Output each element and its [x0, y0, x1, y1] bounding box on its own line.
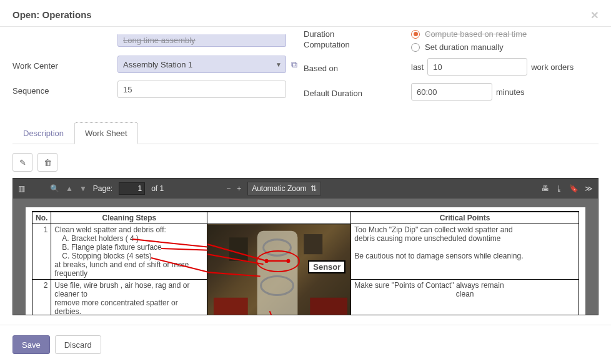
- col-critical: Critical Points: [351, 212, 579, 224]
- worksheet-image: Sensor: [207, 224, 351, 315]
- pdf-viewer: ▥ 🔍 ▲ ▼ Page: of 1 − + Automatic Zoom ⇅ …: [12, 178, 599, 315]
- arrow-up-icon[interactable]: ▲: [66, 184, 73, 193]
- worksheet-table: No. Cleaning Steps Critical Points 1 Cle…: [32, 211, 579, 315]
- row2-no: 2: [32, 280, 51, 315]
- modal-title: Open: Operations: [12, 9, 92, 20]
- pencil-icon: ✎: [19, 158, 26, 167]
- discard-button[interactable]: Discard: [55, 335, 101, 354]
- sensor-label: Sensor: [308, 260, 345, 273]
- chevron-down-icon: ▼: [276, 61, 282, 68]
- col-steps: Cleaning Steps: [51, 212, 207, 224]
- radio-off-icon: [411, 43, 420, 52]
- external-link-icon[interactable]: ⧉: [291, 59, 297, 70]
- duration-computation-label-2: Computation: [304, 40, 350, 49]
- download-icon[interactable]: ⭳: [555, 184, 563, 193]
- row1-critical: Too Much "Zip Dip" can collect weld spat…: [351, 224, 579, 280]
- row2-critical: Make sure "Points of Contact" always rem…: [351, 280, 579, 315]
- svg-rect-0: [257, 231, 298, 315]
- based-on-input[interactable]: [427, 58, 527, 76]
- based-on-prefix: last: [411, 62, 424, 72]
- svg-rect-5: [214, 298, 248, 315]
- modal-header: Open: Operations ×: [0, 0, 611, 27]
- based-on-label: Based on: [304, 64, 338, 73]
- default-duration-input[interactable]: [411, 83, 492, 101]
- default-duration-suffix: minutes: [496, 87, 525, 97]
- row2-steps: Use file, wire brush , air hose, rag and…: [51, 280, 207, 315]
- page-number-input[interactable]: [119, 182, 145, 195]
- row1-no: 1: [32, 224, 51, 280]
- svg-rect-4: [229, 237, 248, 260]
- svg-rect-6: [310, 298, 348, 315]
- col-no: No.: [32, 212, 51, 224]
- radio-on-icon: [411, 30, 420, 39]
- radio-compute-realtime[interactable]: Compute based on real time: [411, 29, 574, 39]
- search-icon[interactable]: 🔍: [50, 184, 59, 193]
- svg-line-12: [207, 272, 261, 276]
- sidebar-toggle-icon[interactable]: ▥: [18, 184, 25, 193]
- more-icon[interactable]: ≫: [585, 184, 593, 193]
- delete-button[interactable]: 🗑: [37, 153, 57, 172]
- zoom-select[interactable]: Automatic Zoom ⇅: [247, 182, 320, 195]
- default-duration-label: Default Duration: [304, 89, 362, 98]
- tab-description[interactable]: Description: [12, 122, 74, 144]
- work-center-select[interactable]: Assembly Station 1 ▼: [117, 56, 286, 73]
- bookmark-icon[interactable]: 🔖: [569, 184, 579, 193]
- svg-rect-3: [304, 234, 323, 254]
- modal-footer: Save Discard: [0, 325, 611, 364]
- arrow-down-icon[interactable]: ▼: [79, 184, 87, 193]
- save-button[interactable]: Save: [12, 335, 50, 354]
- page-total: of 1: [151, 184, 164, 193]
- work-center-label: Work Center: [12, 61, 58, 71]
- duration-computation-label-1: Duration: [304, 29, 334, 39]
- based-on-suffix: work orders: [531, 62, 574, 72]
- close-icon[interactable]: ×: [591, 8, 599, 21]
- tabs: Description Work Sheet: [12, 122, 599, 144]
- long-time-assembly-select[interactable]: Long time assembly: [117, 34, 286, 47]
- print-icon[interactable]: 🖶: [542, 184, 549, 193]
- tab-work-sheet[interactable]: Work Sheet: [74, 122, 138, 144]
- edit-button[interactable]: ✎: [12, 153, 32, 172]
- zoom-out-icon[interactable]: −: [226, 184, 231, 193]
- updown-icon: ⇅: [310, 184, 317, 193]
- row1-steps: Clean weld spatter and debris off: A. Br…: [51, 224, 207, 280]
- page-label: Page:: [93, 184, 112, 193]
- trash-icon: 🗑: [44, 158, 52, 167]
- sequence-input[interactable]: [117, 81, 286, 98]
- zoom-in-icon[interactable]: +: [237, 184, 241, 193]
- sequence-label: Sequence: [12, 86, 49, 96]
- radio-set-manually[interactable]: Set duration manually: [411, 42, 574, 52]
